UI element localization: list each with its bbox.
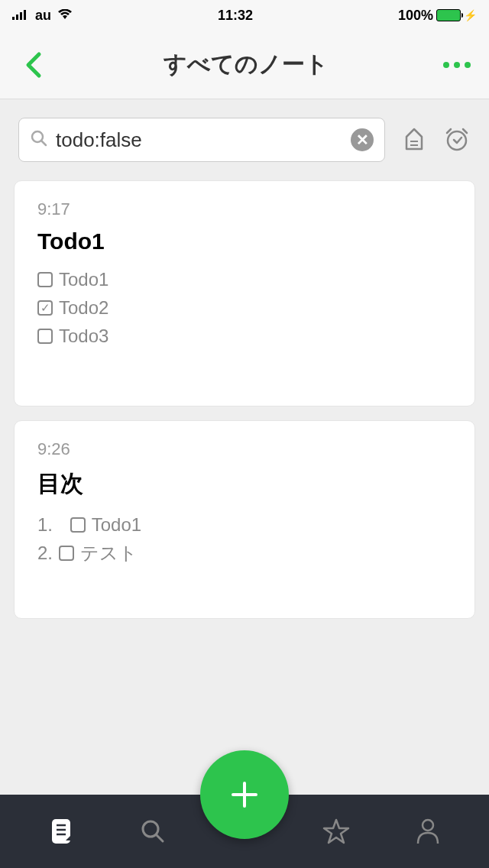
more-dot-icon	[454, 62, 460, 68]
item-number: 2.	[37, 539, 53, 567]
svg-point-15	[423, 820, 433, 831]
checkbox-icon	[59, 546, 74, 561]
note-title: Todo1	[37, 228, 452, 254]
more-dot-icon	[465, 62, 471, 68]
carrier-label: au	[35, 8, 51, 24]
reminder-button[interactable]	[443, 126, 471, 154]
note-time: 9:17	[37, 199, 452, 219]
svg-rect-1	[16, 15, 18, 20]
notes-list: 9:17 Todo1 Todo1 Todo2 Todo3 9:26 目次 1.	[0, 180, 489, 619]
note-title: 目次	[37, 468, 452, 500]
checkbox-icon	[37, 329, 53, 344]
add-note-button[interactable]	[200, 750, 289, 839]
more-button[interactable]	[443, 62, 471, 68]
battery-label: 100%	[398, 8, 433, 24]
checkbox-icon	[37, 272, 53, 287]
checkbox-icon	[70, 517, 86, 533]
status-right: 100% ⚡	[398, 8, 477, 24]
nav-search[interactable]	[138, 816, 168, 847]
todo-text: Todo3	[59, 322, 108, 350]
page-title: すべてのノート	[164, 49, 329, 80]
close-icon: ✕	[356, 131, 369, 149]
wifi-icon	[57, 8, 73, 24]
search-icon	[30, 129, 48, 151]
status-time: 11:32	[218, 8, 253, 24]
nav-profile[interactable]	[413, 816, 443, 847]
checkbox-checked-icon	[37, 300, 53, 316]
search-box[interactable]: ✕	[18, 118, 385, 162]
svg-point-8	[448, 131, 466, 150]
numbered-item: 2. テスト	[37, 539, 452, 567]
plus-icon	[225, 776, 264, 814]
note-time: 9:26	[37, 439, 452, 459]
note-card[interactable]: 9:17 Todo1 Todo1 Todo2 Todo3	[14, 180, 475, 406]
more-dot-icon	[443, 62, 449, 68]
note-content: 1. Todo1 2. テスト	[37, 510, 452, 567]
item-number: 1.	[37, 510, 53, 539]
svg-rect-2	[20, 12, 22, 20]
clear-search-button[interactable]: ✕	[351, 128, 374, 151]
todo-text: Todo2	[59, 293, 108, 322]
status-left: au	[12, 8, 73, 24]
note-card[interactable]: 9:26 目次 1. Todo1 2. テスト	[14, 420, 475, 619]
status-bar: au 11:32 100% ⚡	[0, 0, 489, 31]
svg-rect-0	[12, 17, 15, 20]
item-text: Todo1	[92, 510, 141, 539]
signal-icon	[12, 8, 29, 24]
note-content: Todo1 Todo2 Todo3	[37, 265, 452, 351]
nav-notes[interactable]	[46, 816, 76, 847]
todo-item: Todo1	[37, 265, 452, 293]
nav-favorites[interactable]	[321, 816, 351, 847]
svg-rect-3	[24, 10, 26, 20]
todo-text: Todo1	[59, 265, 108, 293]
search-row: ✕	[0, 99, 489, 180]
numbered-item: 1. Todo1	[37, 510, 452, 539]
todo-item: Todo3	[37, 322, 452, 350]
search-input[interactable]	[56, 128, 343, 152]
todo-item: Todo2	[37, 293, 452, 322]
nav-header: すべてのノート	[0, 31, 489, 99]
svg-line-5	[41, 141, 46, 145]
tag-button[interactable]	[400, 126, 428, 154]
svg-line-14	[157, 835, 163, 841]
back-button[interactable]	[18, 50, 49, 80]
charging-icon: ⚡	[464, 9, 477, 21]
item-text: テスト	[80, 539, 138, 567]
battery-icon	[436, 9, 461, 21]
